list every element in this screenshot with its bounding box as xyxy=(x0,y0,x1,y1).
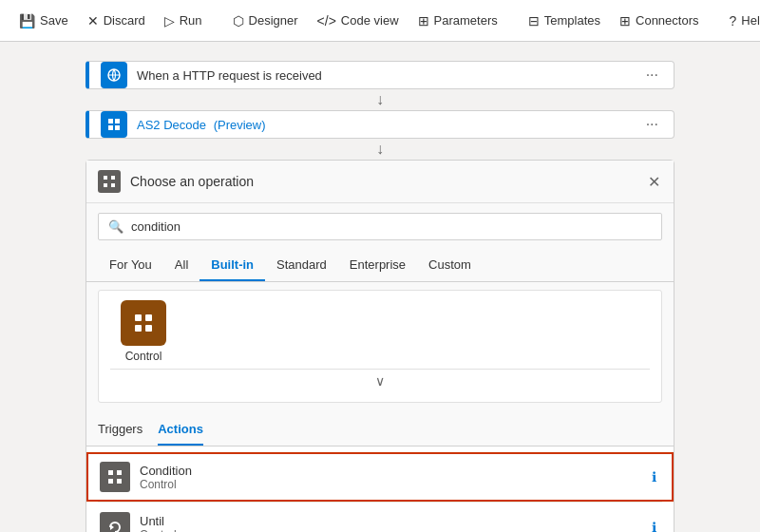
templates-button[interactable]: ⊟ Templates xyxy=(521,10,608,32)
condition-action-name: Condition xyxy=(140,464,648,478)
until-action-icon xyxy=(100,512,130,532)
svg-rect-5 xyxy=(104,176,107,180)
codeview-button[interactable]: </> Code view xyxy=(310,10,407,32)
http-step-title: When a HTTP request is received xyxy=(137,68,642,83)
http-step-card[interactable]: When a HTTP request is received ··· xyxy=(86,61,674,89)
svg-rect-14 xyxy=(117,470,122,475)
sub-tab-triggers[interactable]: Triggers xyxy=(98,418,142,446)
search-input[interactable] xyxy=(131,219,652,234)
tab-all[interactable]: All xyxy=(163,250,200,281)
choose-operation-close-button[interactable]: ✕ xyxy=(646,171,662,193)
save-icon: 💾 xyxy=(19,13,35,28)
condition-info-icon[interactable]: ℹ xyxy=(648,466,660,488)
discard-label: Discard xyxy=(104,13,145,28)
designer-icon: ⬡ xyxy=(233,13,244,28)
svg-rect-9 xyxy=(135,314,142,321)
connectors-label: Connectors xyxy=(636,13,698,28)
toolbar: 💾 Save ✕ Discard ▷ Run ⬡ Designer </> Co… xyxy=(0,0,760,42)
category-tabs: For You All Built-in Standard Enterprise… xyxy=(86,250,674,282)
svg-rect-16 xyxy=(117,479,122,484)
condition-action-icon xyxy=(100,462,130,492)
collapse-button[interactable]: ∨ xyxy=(110,369,650,392)
connectors-button[interactable]: ⊞ Connectors xyxy=(612,10,706,32)
control-label: Control xyxy=(125,350,162,363)
svg-marker-17 xyxy=(110,524,114,530)
designer-label: Designer xyxy=(249,13,298,28)
arrow-1: ↓ xyxy=(370,91,390,108)
as2-title-text: AS2 Decode xyxy=(137,118,206,132)
sub-tabs: Triggers Actions xyxy=(86,410,674,446)
svg-rect-1 xyxy=(108,119,113,124)
search-box: 🔍 xyxy=(98,213,662,240)
svg-rect-6 xyxy=(111,176,115,180)
action-list: Condition Control ℹ Until Control xyxy=(86,446,674,532)
svg-rect-3 xyxy=(108,125,113,130)
sub-tab-actions[interactable]: Actions xyxy=(158,418,203,446)
as2-step-card[interactable]: AS2 Decode (Preview) ··· xyxy=(86,110,674,139)
results-area: Control ∨ xyxy=(98,290,662,403)
svg-rect-10 xyxy=(145,314,152,321)
as2-subtitle-text: (Preview) xyxy=(214,118,266,132)
http-step-icon xyxy=(101,62,127,88)
help-button[interactable]: ? Help xyxy=(722,10,761,32)
as2-step-title: AS2 Decode (Preview) xyxy=(137,118,642,132)
discard-button[interactable]: ✕ Discard xyxy=(80,10,153,32)
svg-rect-12 xyxy=(145,325,152,332)
svg-rect-4 xyxy=(115,125,120,130)
until-action-item[interactable]: Until Control ℹ xyxy=(86,503,674,532)
run-button[interactable]: ▷ Run xyxy=(157,10,210,32)
svg-rect-13 xyxy=(108,470,113,475)
control-icon xyxy=(121,300,166,346)
save-button[interactable]: 💾 Save xyxy=(11,10,76,32)
http-step-more-button[interactable]: ··· xyxy=(642,65,662,86)
run-label: Run xyxy=(180,13,202,28)
run-icon: ▷ xyxy=(164,13,175,28)
templates-label: Templates xyxy=(544,13,600,28)
choose-operation-header: Choose an operation ✕ xyxy=(86,161,674,203)
choose-operation-title: Choose an operation xyxy=(130,174,646,189)
help-icon: ? xyxy=(730,13,737,28)
as2-step-icon xyxy=(101,111,127,138)
svg-rect-7 xyxy=(104,183,107,187)
code-icon: </> xyxy=(317,13,336,28)
svg-rect-2 xyxy=(115,119,120,124)
help-label: Help xyxy=(741,13,760,28)
codeview-label: Code view xyxy=(341,13,399,28)
svg-rect-15 xyxy=(108,479,113,484)
condition-action-item[interactable]: Condition Control ℹ xyxy=(86,452,674,502)
tab-custom[interactable]: Custom xyxy=(417,250,483,281)
tab-enterprise[interactable]: Enterprise xyxy=(338,250,417,281)
search-icon: 🔍 xyxy=(108,219,124,234)
tab-builtin[interactable]: Built-in xyxy=(200,250,265,281)
workflow-canvas: When a HTTP request is received ··· ↓ AS… xyxy=(0,42,760,532)
designer-button[interactable]: ⬡ Designer xyxy=(225,10,306,32)
tab-foryou[interactable]: For You xyxy=(98,250,163,281)
until-action-sub: Control xyxy=(140,528,648,533)
discard-icon: ✕ xyxy=(87,13,99,28)
condition-action-text: Condition Control xyxy=(140,464,648,491)
condition-action-sub: Control xyxy=(140,478,648,491)
parameters-label: Parameters xyxy=(434,13,498,28)
save-label: Save xyxy=(40,13,68,28)
choose-operation-panel: Choose an operation ✕ 🔍 For You All Buil… xyxy=(86,160,674,532)
until-action-text: Until Control xyxy=(140,514,648,533)
templates-icon: ⊟ xyxy=(528,13,540,28)
parameters-button[interactable]: ⊞ Parameters xyxy=(410,10,505,32)
arrow-2: ↓ xyxy=(370,141,390,158)
until-info-icon[interactable]: ℹ xyxy=(648,516,660,532)
svg-rect-11 xyxy=(135,325,142,332)
svg-rect-8 xyxy=(111,183,115,187)
choose-header-icon xyxy=(98,170,121,193)
control-item[interactable]: Control xyxy=(110,300,177,363)
until-action-name: Until xyxy=(140,514,648,528)
connectors-icon: ⊞ xyxy=(619,13,631,28)
tab-standard[interactable]: Standard xyxy=(265,250,338,281)
as2-step-more-button[interactable]: ··· xyxy=(642,114,662,135)
parameters-icon: ⊞ xyxy=(418,13,429,28)
